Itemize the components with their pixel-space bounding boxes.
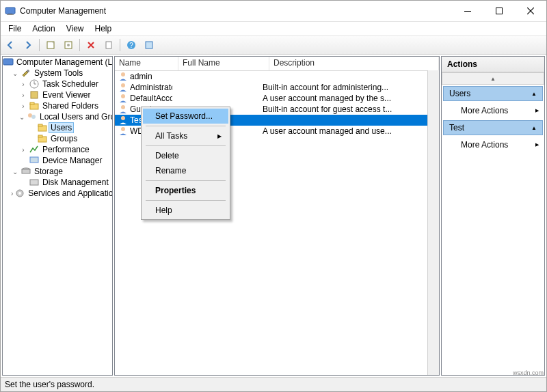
user-row-administrator[interactable]: AdministratorBuilt-in account for admini… — [115, 82, 439, 93]
ctx-separator — [146, 180, 226, 181]
minimize-button[interactable] — [452, 1, 483, 21]
svg-point-30 — [121, 72, 125, 76]
tree-task-scheduler[interactable]: ›Task Scheduler — [3, 79, 112, 89]
tree-groups[interactable]: Groups — [3, 133, 112, 144]
actions-section-users[interactable]: Users▲ — [443, 86, 543, 101]
vertical-scrollbar[interactable] — [427, 70, 439, 375]
svg-text:?: ? — [129, 42, 133, 49]
app-icon — [5, 5, 16, 16]
status-bar: Set the user's password. — [1, 377, 546, 391]
expand-icon[interactable]: › — [19, 102, 27, 110]
maximize-button[interactable] — [483, 1, 515, 21]
tree-local-users-groups[interactable]: ⌄Local Users and Groups — [3, 111, 112, 122]
user-icon — [118, 82, 129, 93]
tree-root[interactable]: Computer Management (Local — [3, 57, 112, 68]
svg-rect-27 — [30, 180, 38, 185]
tree-shared-folders[interactable]: ›Shared Folders — [3, 100, 112, 111]
expand-icon[interactable]: › — [19, 146, 27, 154]
collapse-icon[interactable]: ⌄ — [11, 70, 19, 77]
ctx-delete[interactable]: Delete — [143, 148, 228, 163]
tree-system-tools[interactable]: ⌄ System Tools — [3, 68, 112, 79]
ctx-separator — [146, 126, 226, 126]
actions-more-test[interactable]: More Actions▶ — [442, 137, 544, 153]
tree-performance[interactable]: ›Performance — [3, 144, 112, 155]
menu-file[interactable]: File — [3, 23, 26, 35]
folder-share-icon — [29, 100, 40, 111]
context-menu: Set Password... All Tasks▶ Delete Rename… — [141, 107, 230, 220]
tree-users[interactable]: Users — [3, 122, 112, 133]
services-icon — [14, 188, 25, 199]
event-icon — [29, 89, 40, 100]
tree-event-viewer[interactable]: ›Event Viewer — [3, 89, 112, 100]
user-icon — [118, 115, 129, 126]
actions-pane: Actions ▲ Users▲ More Actions▶ Test▲ Mor… — [441, 56, 545, 376]
actions-header: Actions — [442, 57, 544, 72]
tree-device-manager[interactable]: Device Manager — [3, 155, 112, 166]
toolbar: ? — [1, 36, 546, 55]
delete-button[interactable] — [83, 37, 99, 53]
svg-rect-8 — [106, 42, 111, 48]
collapse-icon: ▲ — [531, 125, 537, 131]
close-button[interactable] — [515, 1, 546, 21]
tree-disk-management[interactable]: Disk Management — [3, 177, 112, 188]
scroll-up-button[interactable]: ▲ — [442, 72, 544, 85]
svg-rect-3 — [464, 11, 471, 12]
help-button[interactable]: ? — [123, 37, 139, 53]
watermark: wsxdn.com — [513, 369, 544, 376]
menubar: File Action View Help — [1, 22, 546, 36]
expand-icon[interactable]: › — [11, 190, 13, 197]
new-button[interactable] — [42, 37, 59, 53]
computer-management-window: Computer Management File Action View Hel… — [0, 0, 547, 392]
collapse-icon: ▲ — [531, 91, 537, 97]
svg-rect-0 — [5, 8, 15, 14]
chevron-right-icon: ▶ — [535, 108, 539, 113]
list-header: Name Full Name Description — [115, 57, 439, 71]
user-row-admin[interactable]: admin — [115, 71, 439, 82]
expand-icon[interactable]: › — [19, 81, 27, 88]
user-icon — [118, 126, 129, 137]
back-button[interactable] — [2, 37, 18, 53]
document-button[interactable] — [101, 37, 117, 53]
folder-icon — [37, 133, 48, 144]
status-text: Set the user's password. — [5, 380, 94, 389]
ctx-all-tasks[interactable]: All Tasks▶ — [143, 128, 228, 143]
storage-icon — [21, 166, 31, 177]
column-fullname[interactable]: Full Name — [178, 57, 269, 70]
user-icon — [118, 104, 129, 115]
expand-icon[interactable]: › — [19, 92, 27, 99]
collapse-icon[interactable]: ⌄ — [11, 168, 19, 176]
refresh-button[interactable] — [141, 37, 157, 53]
svg-point-34 — [121, 116, 125, 120]
titlebar[interactable]: Computer Management — [1, 1, 546, 22]
svg-rect-23 — [38, 135, 42, 137]
svg-point-35 — [121, 127, 125, 131]
ctx-help[interactable]: Help — [143, 203, 228, 218]
ctx-rename[interactable]: Rename — [143, 163, 228, 178]
folder-icon — [37, 122, 48, 133]
ctx-properties[interactable]: Properties — [143, 183, 228, 198]
svg-rect-11 — [146, 42, 152, 48]
menu-view[interactable]: View — [62, 23, 89, 35]
column-description[interactable]: Description — [269, 57, 439, 70]
svg-rect-1 — [8, 14, 12, 14]
collapse-icon[interactable]: ⌄ — [19, 113, 25, 121]
ctx-set-password[interactable]: Set Password... — [143, 109, 228, 124]
actions-more-users[interactable]: More Actions▶ — [442, 102, 544, 119]
menu-action[interactable]: Action — [27, 23, 59, 35]
menu-help[interactable]: Help — [90, 23, 117, 35]
disk-icon — [29, 177, 40, 188]
tree-storage[interactable]: ⌄Storage — [3, 166, 112, 177]
actions-section-test[interactable]: Test▲ — [443, 120, 543, 135]
console-tree[interactable]: Computer Management (Local ⌄ System Tool… — [2, 56, 113, 376]
users-icon — [26, 111, 37, 122]
svg-point-13 — [27, 70, 29, 72]
svg-point-29 — [18, 192, 21, 195]
svg-rect-2 — [7, 14, 14, 15]
user-row-defaultaccount[interactable]: DefaultAccoA user account managed by the… — [115, 93, 439, 104]
forward-button[interactable] — [20, 37, 36, 53]
svg-rect-21 — [38, 124, 42, 126]
svg-point-32 — [121, 94, 125, 98]
properties-button[interactable] — [60, 37, 77, 53]
column-name[interactable]: Name — [115, 57, 178, 70]
tree-services-apps[interactable]: ›Services and Applications — [3, 188, 112, 199]
